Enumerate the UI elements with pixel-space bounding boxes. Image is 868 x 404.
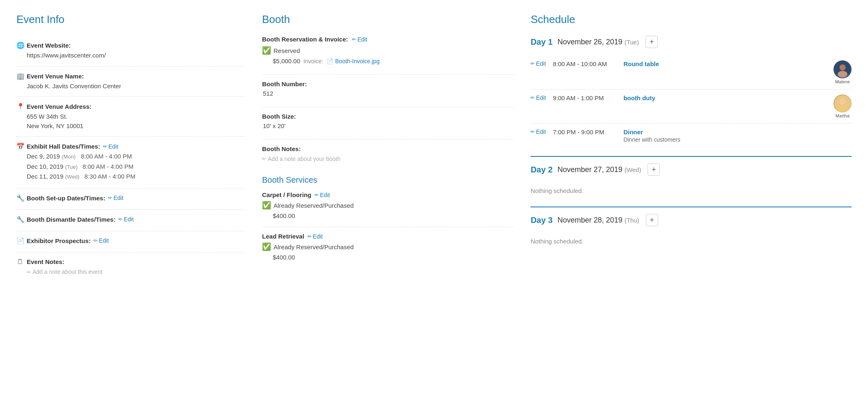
schedule-event-round-table: Edit 8:00 AM - 10:00 AM Round table M <box>530 55 852 90</box>
exhibit-hall-edit-link[interactable]: Edit <box>103 143 118 150</box>
schedule-event-booth-duty: Edit 9:00 AM - 1:00 PM booth duty <box>530 90 852 124</box>
booth-size-value: 10' x 20' <box>262 122 514 129</box>
event-website-label: Event Website: <box>27 42 71 49</box>
booth-reservation-label: Booth Reservation & Invoice: <box>262 36 348 43</box>
day-2-date: November 27, 2019 (Wed) <box>558 165 641 174</box>
svg-point-3 <box>840 64 846 71</box>
round-table-edit-link[interactable]: Edit <box>530 60 548 67</box>
service-lead-row: Lead Retrieval Edit ✅ Already Reserved/P… <box>262 233 514 261</box>
day-3-add-button[interactable]: + <box>646 214 658 226</box>
booth-duty-name: booth duty <box>623 94 829 101</box>
martha-avatar <box>834 94 852 112</box>
event-venue-name-label: Event Venue Name: <box>27 73 84 80</box>
booth-number-section: Booth Number: 512 <box>262 80 514 97</box>
svg-point-7 <box>839 98 846 104</box>
schedule-column: Schedule Day 1 November 26, 2019 (Tue) +… <box>530 13 852 282</box>
service-carpet-label: Carpet / Flooring Edit <box>262 191 514 198</box>
round-table-time: 8:00 AM - 10:00 AM <box>553 60 618 67</box>
wrench-icon: 🔧 <box>16 194 24 202</box>
day-2-label: Day 2 <box>530 165 552 174</box>
booth-column: Booth Booth Reservation & Invoice: Edit … <box>262 13 514 282</box>
dinner-description: Dinner with customers <box>623 136 852 143</box>
booth-reservation-edit-link[interactable]: Edit <box>352 36 367 43</box>
event-venue-address-row: 📍 Event Venue Address: 655 W 34th St. Ne… <box>16 97 246 137</box>
service-carpet-edit-link[interactable]: Edit <box>315 192 330 198</box>
day-3-label: Day 3 <box>530 216 552 225</box>
booth-title: Booth <box>262 13 514 26</box>
service-lead-edit-link[interactable]: Edit <box>308 233 323 240</box>
service-lead-amount: $400.00 <box>262 254 514 261</box>
booth-setup-label: Booth Set-up Dates/Times: <box>27 195 105 202</box>
day-1-header: Day 1 November 26, 2019 (Tue) + <box>530 36 852 50</box>
day-1-add-button[interactable]: + <box>645 36 658 48</box>
service-carpet-amount: $400.00 <box>262 212 514 219</box>
svg-point-2 <box>838 71 847 78</box>
exhibit-date-1: Dec 9, 2019 (Mon) 8:00 AM - 4:00 PM <box>27 152 246 161</box>
round-table-name: Round table <box>623 60 829 67</box>
schedule-event-dinner: Edit 7:00 PM - 9:00 PM Dinner Dinner wit… <box>530 124 852 148</box>
schedule-day-3: Day 3 November 28, 2019 (Thu) + Nothing … <box>530 214 852 249</box>
exhibitor-prospectus-label: Exhibitor Prospectus: <box>27 237 91 244</box>
exhibitor-prospectus-row: 📄 Exhibitor Prospectus: Edit <box>16 231 246 252</box>
day-2-add-button[interactable]: + <box>648 163 660 176</box>
schedule-title: Schedule <box>530 13 852 26</box>
dinner-name: Dinner <box>623 129 852 135</box>
booth-setup-edit-link[interactable]: Edit <box>108 195 123 201</box>
booth-notes-section: Booth Notes: Add a note about your booth <box>262 145 514 162</box>
booth-size-section: Booth Size: 10' x 20' <box>262 113 514 129</box>
day-3-date: November 28, 2019 (Thu) <box>558 216 639 225</box>
schedule-day-1: Day 1 November 26, 2019 (Tue) + Edit 8:0… <box>530 36 852 148</box>
event-venue-name-row: 🏢 Event Venue Name: Jacob K. Javits Conv… <box>16 67 246 97</box>
malene-avatar-name: Malene <box>835 79 850 84</box>
day-1-date: November 26, 2019 (Tue) <box>558 38 639 46</box>
round-table-content: Round table <box>623 60 829 67</box>
martha-avatar-name: Martha <box>836 113 850 118</box>
day-3-nothing-scheduled: Nothing scheduled. <box>530 234 852 249</box>
event-notes-label: Event Notes: <box>27 258 64 265</box>
notes-icon: 🗒 <box>16 258 24 266</box>
location-icon: 📍 <box>16 103 24 110</box>
check-circle-icon: ✅ <box>262 46 271 55</box>
booth-dismantle-edit-link[interactable]: Edit <box>118 216 133 223</box>
malene-avatar <box>834 60 852 78</box>
event-website-value: https://www.javitscenter.com/ <box>16 51 246 60</box>
booth-size-label: Booth Size: <box>262 113 514 120</box>
dinner-edit-link[interactable]: Edit <box>530 129 548 135</box>
booth-duty-time: 9:00 AM - 1:00 PM <box>553 94 618 101</box>
booth-notes-label: Booth Notes: <box>262 145 514 152</box>
schedule-day-2: Day 2 November 27, 2019 (Wed) + Nothing … <box>530 163 852 198</box>
event-venue-address-value: 655 W 34th St. New York, NY 10001 <box>16 112 246 131</box>
booth-services-section: Booth Services Carpet / Flooring Edit ✅ … <box>262 172 514 261</box>
service-carpet-status: ✅ Already Reserved/Purchased <box>262 201 514 210</box>
globe-icon: 🌐 <box>16 41 24 49</box>
event-notes-add-link[interactable]: Add a note about this event <box>27 268 102 276</box>
exhibit-hall-row: 📅 Exhibit Hall Dates/Times: Edit Dec 9, … <box>16 137 246 188</box>
exhibit-hall-dates: Dec 9, 2019 (Mon) 8:00 AM - 4:00 PM Dec … <box>16 152 246 181</box>
day-2-header: Day 2 November 27, 2019 (Wed) + <box>530 163 852 177</box>
service-lead-label: Lead Retrieval Edit <box>262 233 514 240</box>
booth-invoice-row: $5,000.00 Invoice: 📄 Booth-Invoice.jpg <box>273 57 514 64</box>
event-notes-row: 🗒 Event Notes: Add a note about this eve… <box>16 252 246 282</box>
exhibitor-prospectus-edit-link[interactable]: Edit <box>94 237 109 244</box>
building-icon: 🏢 <box>16 72 24 80</box>
booth-reservation-header: Booth Reservation & Invoice: Edit <box>262 36 514 43</box>
booth-setup-row: 🔧 Booth Set-up Dates/Times: Edit <box>16 188 246 210</box>
exhibit-date-2: Dec 10, 2019 (Tue) 8:00 AM - 4:00 PM <box>27 162 246 172</box>
booth-invoice-link[interactable]: 📄 Booth-Invoice.jpg <box>326 58 379 64</box>
event-venue-address-label: Event Venue Address: <box>27 103 92 110</box>
day-1-label: Day 1 <box>530 37 552 47</box>
booth-notes-add-link[interactable]: Add a note about your booth <box>262 156 340 162</box>
day-3-header: Day 3 November 28, 2019 (Thu) + <box>530 214 852 228</box>
carpet-check-icon: ✅ <box>262 201 271 210</box>
martha-avatar-wrap: Martha <box>834 94 852 118</box>
exhibit-hall-label: Exhibit Hall Dates/Times: <box>27 143 100 150</box>
malene-avatar-wrap: Malene <box>834 60 852 84</box>
booth-duty-edit-link[interactable]: Edit <box>530 94 548 101</box>
event-info-title: Event Info <box>16 13 246 26</box>
file-icon: 📄 <box>326 58 333 64</box>
event-venue-name-value: Jacob K. Javits Convention Center <box>16 82 246 91</box>
service-carpet-row: Carpet / Flooring Edit ✅ Already Reserve… <box>262 191 514 219</box>
event-website-row: 🌐 Event Website: https://www.javitscente… <box>16 36 246 67</box>
booth-duty-content: booth duty <box>623 94 829 101</box>
booth-dismantle-label: Booth Dismantle Dates/Times: <box>27 216 115 223</box>
